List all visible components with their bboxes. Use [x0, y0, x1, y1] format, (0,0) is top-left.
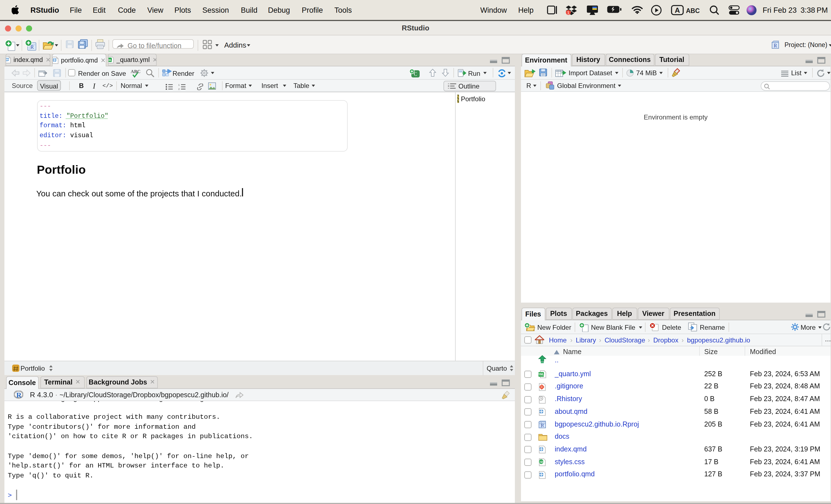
svg-text:R: R — [774, 43, 777, 49]
svg-text:1: 1 — [178, 83, 180, 86]
svg-text:R: R — [16, 391, 22, 398]
svg-text:CSS: CSS — [538, 461, 544, 464]
svg-text:ABC: ABC — [686, 7, 700, 14]
svg-text:YML: YML — [108, 59, 112, 61]
svg-text:ABC: ABC — [131, 69, 141, 74]
svg-text:A: A — [675, 6, 680, 14]
svg-text:YML: YML — [538, 373, 544, 376]
svg-text:R: R — [541, 423, 544, 428]
svg-text:1: 1 — [567, 10, 569, 15]
svg-text:2: 2 — [178, 87, 180, 90]
